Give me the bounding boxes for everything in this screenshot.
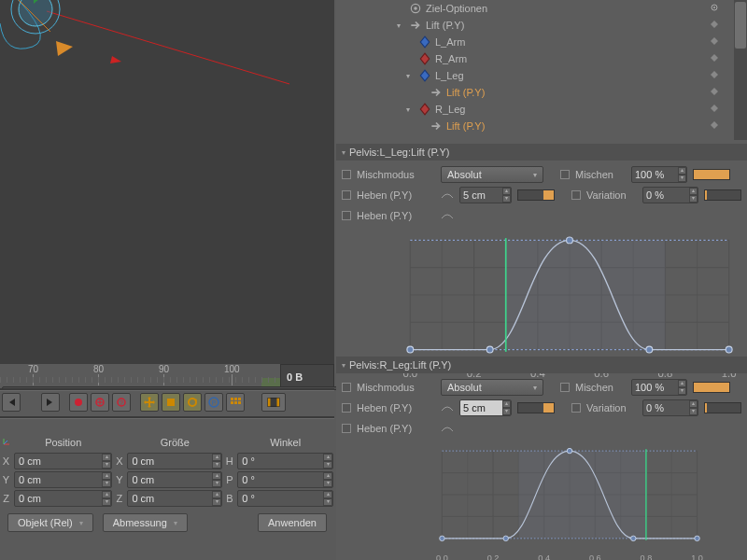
render-button[interactable] [261,393,286,412]
anwenden-button[interactable]: Anwenden [258,513,327,532]
heben-field-2[interactable]: ▴▾ [459,399,512,416]
curve-editor-2[interactable]: 0.00.20.40.60.81.0 [374,442,747,560]
angle-p-field[interactable]: ▴▾ [237,471,333,488]
svg-rect-24 [277,399,280,407]
scale-tool-button[interactable] [162,393,180,412]
heben-checkbox[interactable] [342,190,351,200]
section-header-lleg[interactable]: Pelvis:L_Leg:Lift (P.Y) [336,144,747,161]
tick-label: 100 [224,364,240,374]
mischmodus-checkbox-2[interactable] [342,383,351,392]
autokey-button[interactable] [91,393,109,412]
tree-row[interactable]: R_Arm [336,50,747,67]
expander-icon[interactable]: ▾ [394,21,403,30]
tree-row[interactable]: ▾L_Leg [336,67,747,84]
pla-button[interactable] [226,393,245,412]
tree-scrollbar[interactable] [734,0,747,140]
svg-marker-5 [56,41,73,56]
tree-row[interactable]: ▾R_Leg [336,101,747,118]
variation-field[interactable]: ▴▾ [642,187,698,203]
attributes-panel: Ziel-Optionen▾Lift (P.Y)L_ArmR_Arm▾L_Leg… [336,0,747,560]
tree-row[interactable]: Lift (P.Y) [336,118,747,134]
row-y-label: Y [0,470,13,489]
tree-label: L_Leg [435,70,710,81]
tree-row[interactable]: L_Arm [336,34,747,50]
bone-red-icon [418,103,431,116]
mischen-slider[interactable] [693,169,730,180]
object-mode-dropdown[interactable]: Objekt (Rel) [7,513,93,532]
pos-x-field[interactable]: ▴▾ [14,453,112,469]
variation-checkbox-2[interactable] [571,403,581,413]
mischen-checkbox[interactable] [560,170,570,179]
variation-slider[interactable] [704,189,741,201]
abmessung-dropdown[interactable]: Abmessung [103,513,188,532]
svg-rect-48 [506,240,666,349]
variation-field-2[interactable]: ▴▾ [642,399,698,416]
goto-start-button[interactable] [2,393,21,412]
col-winkel: Winkel [236,433,334,452]
tree-label: L_Arm [435,36,710,48]
size-y-field[interactable]: ▴▾ [127,471,222,488]
viewport-3d[interactable] [0,0,334,364]
mischen-checkbox-2[interactable] [560,383,570,392]
tree-row[interactable]: Ziel-Optionen [336,0,747,17]
mischen-slider-2[interactable] [693,382,730,393]
mischmodus-checkbox[interactable] [342,170,351,179]
variation-slider-2[interactable] [704,402,741,413]
heben-label: Heben (P.Y) [357,189,435,201]
angle-b-field[interactable]: ▴▾ [237,490,333,507]
tree-label: R_Arm [435,53,710,64]
mischen-field[interactable]: ▴▾ [631,166,687,183]
mischmodus-dropdown-2[interactable]: Absolut [441,379,543,396]
expander-icon[interactable]: ▾ [403,105,413,114]
bone-blue-icon [418,69,431,82]
tree-label: Ziel-Optionen [426,3,710,14]
rotate-tool-button[interactable] [183,393,202,412]
bone-blue-icon [418,35,431,49]
svg-point-82 [440,536,444,540]
svg-rect-21 [238,401,241,404]
size-z-field[interactable]: ▴▾ [127,490,222,507]
target-icon [409,2,422,15]
svg-rect-17 [234,398,237,400]
row-x-label: X [0,452,13,470]
svg-text:0.2: 0.2 [487,553,500,560]
svg-point-3 [19,0,52,26]
heben-slider-2[interactable] [517,402,555,413]
pos-z-field[interactable]: ▴▾ [14,490,112,507]
move-tool-button[interactable] [140,393,159,412]
svg-point-31 [713,7,715,8]
curve-icon [441,209,454,222]
heben-field[interactable]: ▴▾ [459,187,512,203]
angle-h-field[interactable]: ▴▾ [237,453,333,469]
heben-checkbox-2[interactable] [342,403,351,413]
heben-slider[interactable] [517,189,555,201]
svg-point-83 [503,536,508,540]
svg-rect-12 [167,399,175,406]
svg-text:0.6: 0.6 [589,553,601,560]
svg-text:?: ? [120,399,123,406]
record-button[interactable] [69,393,88,412]
tree-row[interactable]: ▾Lift (P.Y) [336,17,747,34]
tree-row[interactable]: Lift (P.Y) [336,84,747,101]
keyframe-options-button[interactable]: ? [112,393,131,412]
mischmodus-dropdown[interactable]: Absolut [441,166,543,183]
svg-text:0.8: 0.8 [641,553,653,560]
svg-line-27 [4,441,7,444]
goto-end-button[interactable] [41,393,60,412]
tree-label: Lift (P.Y) [446,87,710,98]
size-x-field[interactable]: ▴▾ [127,453,222,469]
heben2-label: Heben (P.Y) [357,210,435,221]
heben2-checkbox-2[interactable] [342,424,351,433]
section-header-rleg[interactable]: Pelvis:R_Leg:Lift (P.Y) [336,357,747,373]
curve-icon [441,401,454,414]
expander-icon[interactable]: ▾ [403,71,413,80]
variation-checkbox[interactable] [571,190,581,200]
object-tree[interactable]: Ziel-Optionen▾Lift (P.Y)L_ArmR_Arm▾L_Leg… [336,0,747,140]
mischen-field-2[interactable]: ▴▾ [631,379,687,396]
pos-y-field[interactable]: ▴▾ [14,471,112,488]
parameter-button[interactable]: P [204,393,223,412]
heben2-checkbox[interactable] [342,211,351,220]
svg-point-53 [567,237,573,244]
mischmodus-label: Mischmodus [357,169,435,180]
svg-point-13 [189,399,196,406]
